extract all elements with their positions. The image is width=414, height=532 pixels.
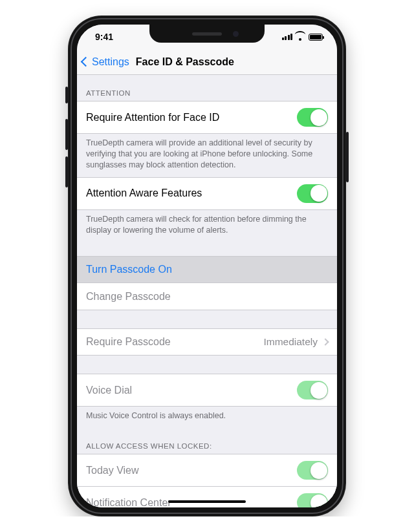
screen: 9:41 Settings Face ID & Passcode Attenti… xyxy=(77,25,337,507)
battery-icon xyxy=(309,34,323,41)
back-button[interactable]: Settings xyxy=(82,56,129,68)
label-voice-dial: Voice Dial xyxy=(86,385,132,396)
footer-attention-aware: TrueDepth camera will check for attentio… xyxy=(77,209,337,242)
footer-voice-dial: Music Voice Control is always enabled. xyxy=(77,406,337,428)
cell-voice-dial[interactable]: Voice Dial xyxy=(77,374,337,407)
settings-content[interactable]: Attention Require Attention for Face ID … xyxy=(77,75,337,507)
toggle-today-view[interactable] xyxy=(297,461,328,480)
toggle-require-attention[interactable] xyxy=(297,108,328,127)
chevron-right-icon xyxy=(321,339,329,346)
value-require-passcode: Immediately xyxy=(263,336,318,348)
status-time: 9:41 xyxy=(95,32,113,42)
cellular-signal-icon xyxy=(282,34,293,40)
cell-attention-aware[interactable]: Attention Aware Features xyxy=(77,177,337,210)
page-title: Face ID & Passcode xyxy=(136,56,234,68)
toggle-notification-center[interactable] xyxy=(297,493,328,507)
iphone-device-frame: 9:41 Settings Face ID & Passcode Attenti… xyxy=(68,16,346,516)
label-notification-center: Notification Center xyxy=(86,497,171,507)
label-attention-aware: Attention Aware Features xyxy=(86,187,202,199)
toggle-voice-dial[interactable] xyxy=(297,381,328,399)
footer-require-attention: TrueDepth camera will provide an additio… xyxy=(77,133,337,177)
cell-change-passcode[interactable]: Change Passcode xyxy=(77,283,337,310)
wifi-icon xyxy=(296,34,305,41)
power-button xyxy=(346,132,349,182)
home-indicator[interactable] xyxy=(168,500,246,503)
section-header-allow-access: Allow Access When Locked: xyxy=(77,428,337,454)
label-turn-passcode-on: Turn Passcode On xyxy=(86,264,172,275)
cell-today-view[interactable]: Today View xyxy=(77,454,337,487)
label-require-attention: Require Attention for Face ID xyxy=(86,112,219,123)
volume-up-button xyxy=(65,119,68,150)
volume-down-button xyxy=(65,156,68,187)
label-today-view: Today View xyxy=(86,465,139,476)
cell-turn-passcode-on[interactable]: Turn Passcode On xyxy=(77,256,337,283)
chevron-left-icon xyxy=(81,57,91,67)
cell-require-passcode[interactable]: Require Passcode Immediately xyxy=(77,328,337,356)
navigation-bar: Settings Face ID & Passcode xyxy=(77,49,337,75)
back-label: Settings xyxy=(92,56,129,68)
notch xyxy=(149,25,265,43)
section-header-attention: Attention xyxy=(77,75,337,101)
label-require-passcode: Require Passcode xyxy=(86,336,171,348)
label-change-passcode: Change Passcode xyxy=(86,291,171,303)
cell-notification-center[interactable]: Notification Center xyxy=(77,487,337,507)
toggle-attention-aware[interactable] xyxy=(297,184,328,203)
mute-switch xyxy=(65,87,68,103)
cell-require-attention[interactable]: Require Attention for Face ID xyxy=(77,101,337,134)
